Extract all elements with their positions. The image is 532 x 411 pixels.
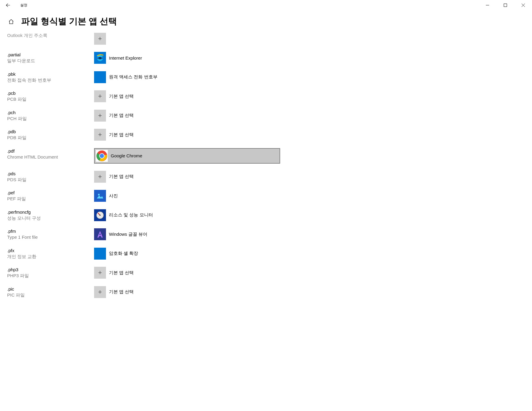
- back-arrow-icon: [5, 3, 10, 8]
- svg-point-4: [99, 57, 101, 59]
- svg-point-8: [98, 194, 100, 196]
- ext-name: .pef: [7, 190, 94, 196]
- ext-name: .partial: [7, 52, 94, 58]
- ext-name: .pch: [7, 110, 94, 116]
- page-header: 파일 형식별 기본 앱 선택: [0, 10, 532, 33]
- app-label: 기본 앱 선택: [109, 94, 134, 99]
- plus-icon: +: [94, 110, 106, 122]
- app-button[interactable]: +기본 앱 선택: [94, 90, 177, 102]
- minimize-icon: [486, 4, 489, 7]
- ext-name: .pdf: [7, 148, 94, 154]
- file-type-list[interactable]: Outlook 개인 주소록 + .partial일부 다운로드 Interne…: [0, 33, 532, 408]
- list-row: .picPIC 파일+기본 앱 선택: [7, 286, 525, 298]
- title-bar: 설정: [0, 0, 532, 10]
- plus-icon: +: [94, 129, 106, 141]
- ext-desc: PDS 파일: [7, 177, 94, 183]
- ext-desc: 전화 접속 전화 번호부: [7, 77, 94, 83]
- app-button[interactable]: +: [94, 33, 177, 45]
- ext-desc: Type 1 Font file: [7, 234, 94, 240]
- close-button[interactable]: [514, 0, 532, 10]
- ext-desc: 일부 다운로드: [7, 58, 94, 64]
- list-row: .perfmoncfg성능 모니터 구성 리소스 및 성능 모니터: [7, 209, 525, 221]
- app-button[interactable]: Windows 글꼴 뷰어: [94, 228, 177, 240]
- list-row: .pfmType 1 Font file Windows 글꼴 뷰어: [7, 228, 525, 241]
- app-label: 기본 앱 선택: [109, 174, 134, 179]
- plus-icon: +: [94, 33, 106, 45]
- app-button[interactable]: Google Chrome: [94, 148, 280, 164]
- app-button[interactable]: 사진: [94, 190, 177, 202]
- back-button[interactable]: [2, 0, 14, 10]
- list-row: .pdsPDS 파일+기본 앱 선택: [7, 171, 525, 183]
- ext-desc: PCH 파일: [7, 116, 94, 122]
- ext-col: .php3PHP3 파일: [7, 267, 94, 279]
- app-label: 기본 앱 선택: [109, 270, 134, 276]
- ext-name: .pds: [7, 171, 94, 177]
- photos-icon: [94, 190, 106, 202]
- app-button[interactable]: +기본 앱 선택: [94, 286, 177, 298]
- app-icon: [94, 71, 106, 83]
- window-title: 설정: [20, 3, 27, 8]
- app-label: 기본 앱 선택: [109, 132, 134, 138]
- list-row: .pfx개인 정보 교환암호화 셸 확장: [7, 248, 525, 260]
- ext-name: .pic: [7, 286, 94, 292]
- list-row: .partial일부 다운로드 Internet Explorer: [7, 52, 525, 64]
- ext-col: .pfmType 1 Font file: [7, 228, 94, 241]
- svg-rect-11: [98, 235, 102, 236]
- ext-col: .pdbPDB 파일: [7, 129, 94, 141]
- ext-name: .php3: [7, 267, 94, 273]
- app-label: Google Chrome: [111, 153, 142, 158]
- maximize-button[interactable]: [496, 0, 514, 10]
- list-row: .pefPEF 파일 사진: [7, 190, 525, 202]
- home-button[interactable]: [8, 19, 14, 24]
- ext-col: .partial일부 다운로드: [7, 52, 94, 64]
- app-button[interactable]: Internet Explorer: [94, 52, 177, 64]
- app-button[interactable]: +기본 앱 선택: [94, 267, 177, 279]
- list-row: .pchPCH 파일+기본 앱 선택: [7, 110, 525, 122]
- ext-name: .pfx: [7, 248, 94, 254]
- app-button[interactable]: 원격 액세스 전화 번호부: [94, 71, 177, 83]
- font-icon: [94, 228, 106, 240]
- home-icon: [8, 19, 14, 24]
- titlebar-left: 설정: [2, 0, 27, 10]
- ext-desc: PHP3 파일: [7, 273, 94, 279]
- ext-desc: PCB 파일: [7, 96, 94, 102]
- ext-col: .pfx개인 정보 교환: [7, 248, 94, 260]
- ext-desc: 개인 정보 교환: [7, 254, 94, 260]
- app-icon: [94, 248, 106, 260]
- svg-rect-1: [504, 4, 507, 7]
- svg-point-10: [99, 215, 101, 216]
- app-button[interactable]: +기본 앱 선택: [94, 129, 177, 141]
- app-label: Internet Explorer: [109, 55, 142, 61]
- app-label: 기본 앱 선택: [109, 289, 134, 295]
- ext-desc: PEF 파일: [7, 196, 94, 202]
- ext-name: .pcb: [7, 90, 94, 96]
- ext-col: .pdsPDS 파일: [7, 171, 94, 183]
- perfmon-icon: [94, 209, 106, 221]
- page-title: 파일 형식별 기본 앱 선택: [21, 15, 117, 27]
- app-button[interactable]: +기본 앱 선택: [94, 110, 177, 122]
- ie-icon: [94, 52, 106, 64]
- ext-col: .picPIC 파일: [7, 286, 94, 298]
- plus-icon: +: [94, 267, 106, 279]
- plus-icon: +: [94, 90, 106, 102]
- minimize-button[interactable]: [478, 0, 496, 10]
- window-controls: [478, 0, 532, 10]
- app-label: Windows 글꼴 뷰어: [109, 232, 147, 237]
- close-icon: [522, 4, 525, 7]
- app-label: 사진: [109, 193, 118, 199]
- ext-name: .pfm: [7, 228, 94, 234]
- list-row: .php3PHP3 파일+기본 앱 선택: [7, 267, 525, 279]
- list-row: .pcbPCB 파일+기본 앱 선택: [7, 90, 525, 103]
- app-button[interactable]: 암호화 셸 확장: [94, 248, 177, 260]
- chrome-icon: [96, 150, 108, 162]
- ext-desc: 성능 모니터 구성: [7, 215, 94, 221]
- ext-desc: Outlook 개인 주소록: [7, 33, 94, 38]
- app-button[interactable]: +기본 앱 선택: [94, 171, 177, 183]
- app-button[interactable]: 리소스 및 성능 모니터: [94, 209, 177, 221]
- ext-col: .pbk전화 접속 전화 번호부: [7, 71, 94, 83]
- plus-icon: +: [94, 171, 106, 183]
- app-label: 원격 액세스 전화 번호부: [109, 74, 157, 80]
- ext-col: .pefPEF 파일: [7, 190, 94, 202]
- ext-desc: PDB 파일: [7, 135, 94, 141]
- maximize-icon: [504, 4, 507, 7]
